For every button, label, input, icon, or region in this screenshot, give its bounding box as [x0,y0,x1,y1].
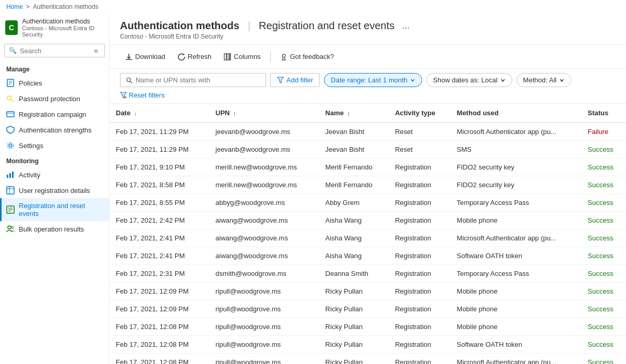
table-row[interactable]: Feb 17, 2021, 2:42 PM aiwang@woodgrove.m… [110,212,626,229]
sidebar-item-registration-campaign[interactable]: Registration campaign [0,106,109,122]
cell-name: Ricky Pullan [319,283,389,300]
cell-upn: merill.new@woodgrove.ms [209,159,319,176]
sidebar-item-password-protection[interactable]: Password protection [0,91,109,106]
svg-marker-33 [278,77,283,83]
sidebar-item-authentication-strengths[interactable]: Authentication strengths [0,122,109,138]
svg-rect-25 [227,54,229,60]
chart-icon [6,171,15,179]
cell-date: Feb 17, 2021, 9:10 PM [110,159,209,176]
breadcrumb-home[interactable]: Home [6,3,23,10]
sidebar-item-policies-label: Policies [19,79,42,87]
cell-status: Success [582,247,626,265]
svg-point-27 [282,54,285,57]
cell-activity-type: Registration [389,300,450,318]
cell-method-used: Mobile phone [451,318,582,336]
cell-method-used: FIDO2 security key [451,176,582,194]
cell-method-used: Microsoft Authenticator app (pu... [451,123,582,141]
table-row[interactable]: Feb 17, 2021, 11:29 PM jeevanb@woodgrove… [110,141,626,159]
name-upn-filter-input[interactable] [136,76,260,84]
cell-date: Feb 17, 2021, 2:42 PM [110,212,209,229]
col-name[interactable]: Name ↕ [319,104,389,123]
cell-method-used: FIDO2 security key [451,159,582,176]
refresh-button[interactable]: Refresh [173,50,217,63]
search-input[interactable] [20,47,89,55]
sidebar-item-bulk-operation-results[interactable]: Bulk operation results [0,221,109,237]
collapse-button[interactable]: « [92,46,100,55]
cell-name: Deanna Smith [319,265,389,283]
table-row[interactable]: Feb 17, 2021, 8:58 PM merill.new@woodgro… [110,176,626,194]
page-subtitle: Registration and reset events [259,20,394,32]
svg-line-5 [11,100,14,102]
cell-date: Feb 17, 2021, 12:08 PM [110,336,209,354]
col-method-used[interactable]: Method used [451,104,582,123]
date-range-filter[interactable]: Date range: Last 1 month [324,73,422,87]
col-upn[interactable]: UPN ↕ [209,104,319,123]
sidebar-item-user-reg-label: User registration details [19,187,90,195]
table-row[interactable]: Feb 17, 2021, 2:31 PM dsmith@woodgrove.m… [110,265,626,283]
sidebar-item-settings[interactable]: Settings [0,138,109,153]
add-filter-button[interactable]: Add filter [270,73,320,87]
cell-upn: ripull@woodgrove.ms [209,300,319,318]
monitoring-section-label: Monitoring [0,153,109,167]
sidebar-item-policies[interactable]: Policies [0,75,109,91]
method-filter[interactable]: Method: All [516,73,571,87]
columns-button[interactable]: Columns [219,50,266,63]
show-dates-chevron-icon [500,78,505,83]
cell-activity-type: Registration [389,265,450,283]
svg-rect-11 [9,173,11,178]
table-row[interactable]: Feb 17, 2021, 2:41 PM aiwang@woodgrove.m… [110,229,626,247]
table-row[interactable]: Feb 17, 2021, 12:09 PM ripull@woodgrove.… [110,300,626,318]
more-options-button[interactable]: ... [402,20,410,31]
table-row[interactable]: Feb 17, 2021, 8:55 PM abbyg@woodgrove.ms… [110,194,626,212]
cell-upn: aiwang@woodgrove.ms [209,247,319,265]
cell-method-used: Temporary Access Pass [451,194,582,212]
cell-status: Success [582,212,626,229]
table-row[interactable]: Feb 17, 2021, 12:09 PM ripull@woodgrove.… [110,283,626,300]
table-row[interactable]: Feb 17, 2021, 11:29 PM jeevanb@woodgrove… [110,123,626,141]
cell-upn: abbyg@woodgrove.ms [209,194,319,212]
table-row[interactable]: Feb 17, 2021, 2:41 PM aiwang@woodgrove.m… [110,247,626,265]
toolbar-separator [270,52,271,62]
cell-activity-type: Registration [389,229,450,247]
campaign-icon [6,110,15,118]
svg-rect-12 [12,172,14,178]
cell-status: Success [582,336,626,354]
table-row[interactable]: Feb 17, 2021, 12:08 PM ripull@woodgrove.… [110,354,626,365]
cell-date: Feb 17, 2021, 8:55 PM [110,194,209,212]
cell-activity-type: Registration [389,283,450,300]
sidebar-item-reg-reset-label: Registration and reset events [19,202,103,217]
breadcrumb-current: Authentication methods [33,3,98,10]
cell-upn: ripull@woodgrove.ms [209,336,319,354]
cell-name: Ricky Pullan [319,336,389,354]
key-icon [6,94,15,103]
download-button[interactable]: Download [120,50,171,63]
cell-activity-type: Registration [389,212,450,229]
col-activity-type[interactable]: Activity type [389,104,450,123]
col-date[interactable]: Date ↓ [110,104,209,123]
table-row[interactable]: Feb 17, 2021, 12:08 PM ripull@woodgrove.… [110,336,626,354]
cell-status: Success [582,283,626,300]
search-icon: 🔍 [9,47,17,54]
main-content: Authentication methods | Registration an… [110,14,626,364]
search-filter[interactable] [120,73,266,87]
feedback-button[interactable]: Got feedback? [275,50,340,63]
sidebar-item-registration-reset-events[interactable]: Registration and reset events [0,198,109,221]
breadcrumb-separator: > [26,3,30,10]
sidebar: C Authentication methods Contoso - Micro… [0,14,110,364]
sidebar-item-settings-label: Settings [19,142,43,150]
filter-icon [277,77,284,83]
cell-date: Feb 17, 2021, 8:58 PM [110,176,209,194]
show-dates-filter[interactable]: Show dates as: Local [426,73,512,87]
cell-method-used: Mobile phone [451,212,582,229]
sidebar-item-activity[interactable]: Activity [0,167,109,183]
sidebar-item-user-registration-details[interactable]: User registration details [0,183,109,198]
cell-upn: jeevanb@woodgrove.ms [209,123,319,141]
table-row[interactable]: Feb 17, 2021, 12:08 PM ripull@woodgrove.… [110,318,626,336]
search-box[interactable]: 🔍 « [4,44,105,57]
cell-upn: aiwang@woodgrove.ms [209,229,319,247]
reset-filters-button[interactable]: Reset filters [120,91,165,99]
table-row[interactable]: Feb 17, 2021, 9:10 PM merill.new@woodgro… [110,159,626,176]
reset-icon [120,92,127,99]
col-status[interactable]: Status [582,104,626,123]
page-title-separator: | [248,20,250,32]
